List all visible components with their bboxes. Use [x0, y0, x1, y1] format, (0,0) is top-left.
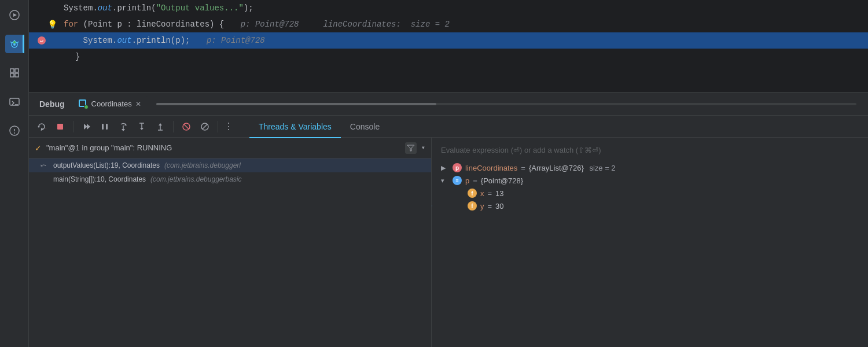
pause-button[interactable]	[98, 120, 112, 134]
panel-content: ✓ "main"@1 in group "main": RUNNING ▾ ⤺ …	[29, 138, 868, 347]
linecoords-value: {ArrayList@726}	[529, 164, 584, 172]
threads-panel: ✓ "main"@1 in group "main": RUNNING ▾ ⤺ …	[29, 138, 432, 347]
sidebar	[0, 0, 29, 347]
tab-close-button[interactable]: ✕	[135, 100, 141, 108]
code-line-3: ↩ System.out.println(p); p: Point@728	[29, 32, 868, 49]
x-eq: =	[488, 189, 492, 198]
stack-class-1: (com.jetbrains.debuggerl	[164, 161, 241, 169]
svg-rect-22	[57, 124, 63, 130]
code-line-1: System.out.println("Output values...");	[29, 0, 868, 16]
tab-scrollbar-track	[156, 103, 856, 105]
step-over-button[interactable]	[116, 120, 130, 134]
filter-button[interactable]	[405, 142, 417, 154]
p-eq: =	[473, 176, 477, 185]
code-text-3: System.out.println(p); p: Point@728	[64, 36, 265, 45]
alert-icon[interactable]	[5, 121, 24, 140]
step-out-button[interactable]	[153, 120, 167, 134]
more-actions-button[interactable]: ⋮	[224, 121, 233, 132]
main-area: System.out.println("Output values..."); …	[29, 0, 868, 347]
code-line-4: }	[29, 49, 868, 65]
svg-line-39	[203, 124, 207, 129]
y-type-icon: f	[468, 201, 477, 211]
stack-class-2: (com.jetbrains.debuggerbasic	[150, 175, 241, 183]
y-name: y	[480, 202, 484, 211]
p-type-icon: ≡	[453, 176, 462, 185]
thread-main-item: ✓ "main"@1 in group "main": RUNNING	[35, 143, 400, 153]
thread-name-label: "main"@1 in group "main": RUNNING	[46, 143, 172, 152]
stack-frame-2[interactable]: ⤺ main(String[]):10, Coordinates (com.je…	[29, 172, 431, 186]
run-icon[interactable]	[5, 6, 24, 24]
svg-point-17	[14, 132, 15, 134]
threads-variables-tab[interactable]: Threads & Variables	[249, 116, 341, 137]
build-icon[interactable]	[5, 64, 24, 82]
svg-marker-29	[122, 129, 125, 131]
for-loop-hint: p: Point@728 lineCoordinates: size = 2	[241, 20, 450, 29]
coordinates-tab[interactable]: Coordinates ✕	[72, 96, 148, 112]
svg-marker-34	[159, 123, 162, 125]
code-text-1: System.out.println("Output values...");	[64, 3, 253, 13]
threads-toolbar: ✓ "main"@1 in group "main": RUNNING ▾	[29, 138, 431, 158]
stack-method-1: outputValues(List):19, Coordinates	[53, 161, 160, 169]
svg-line-5	[10, 42, 12, 43]
y-value: 30	[495, 202, 503, 211]
arrow-head	[432, 201, 432, 211]
var-row-x: ▶ f x = 13	[439, 187, 861, 200]
tab-scrollbar-thumb	[156, 103, 436, 105]
blue-arrow-annotation	[432, 201, 432, 211]
rerun-button[interactable]: ·	[35, 120, 49, 134]
var-row-y: ▶ f y = 30	[439, 200, 861, 212]
var-row-linecoordinates: ▶ p lineCoordinates = {ArrayList@726} si…	[439, 161, 861, 174]
debug-panel: Debug Coordinates ✕	[29, 93, 868, 347]
linecoords-meta: size = 2	[587, 164, 616, 172]
panel-tabs: Threads & Variables Console	[249, 116, 862, 137]
svg-rect-11	[10, 73, 14, 77]
debug-icon[interactable]	[5, 35, 24, 53]
debug-header: Debug Coordinates ✕	[29, 93, 868, 116]
clear-button[interactable]	[198, 120, 212, 134]
svg-text:·: ·	[45, 125, 46, 131]
eval-hint: Evaluate expression (⏎) or add a watch (…	[439, 142, 861, 161]
var-row-p: ▾ ≡ p = {Point@728}	[439, 174, 861, 187]
resume-button[interactable]	[79, 120, 93, 134]
code-editor: System.out.println("Output values..."); …	[29, 0, 868, 93]
svg-text:↩: ↩	[40, 38, 43, 43]
debug-title: Debug	[35, 99, 69, 109]
console-tab[interactable]: Console	[341, 116, 389, 137]
mute-button[interactable]	[179, 120, 193, 134]
variables-panel: Evaluate expression (⏎) or add a watch (…	[432, 138, 868, 347]
tab-scroll-area	[150, 101, 862, 108]
svg-rect-9	[10, 69, 14, 72]
linecoords-type-icon: p	[453, 163, 462, 172]
code-line-2: 💡 for (Point p : lineCoordinates) { p: P…	[29, 16, 868, 32]
svg-marker-31	[140, 128, 144, 130]
lightbulb-icon[interactable]: 💡	[47, 20, 57, 29]
code-text-4: }	[64, 52, 80, 61]
p-name: p	[465, 176, 469, 185]
tab-composite-icon	[79, 99, 88, 109]
step-into-button[interactable]	[135, 120, 149, 134]
debug-toolbar: ·	[29, 116, 868, 138]
svg-marker-1	[13, 13, 17, 17]
linecoords-name: lineCoordinates	[465, 164, 517, 172]
linecoords-eq: =	[521, 164, 525, 172]
linecoords-expand-icon[interactable]: ▶	[441, 164, 449, 172]
thread-dropdown-arrow[interactable]: ▾	[421, 143, 425, 152]
terminal-icon[interactable]	[5, 93, 24, 111]
breakpoint-icon[interactable]: ↩	[38, 36, 46, 45]
thread-check-icon: ✓	[35, 143, 42, 153]
stack-expand-icon: ⤺	[41, 161, 46, 169]
svg-marker-19	[40, 127, 44, 130]
x-value: 13	[495, 189, 503, 198]
svg-rect-25	[102, 124, 104, 130]
stop-button[interactable]	[53, 120, 67, 134]
println-hint: p: Point@728	[207, 36, 265, 45]
svg-rect-10	[15, 69, 19, 72]
code-text-2: for (Point p : lineCoordinates) { p: Poi…	[64, 20, 450, 29]
tab-label: Coordinates	[91, 99, 132, 108]
x-name: x	[480, 189, 484, 198]
p-value: {Point@728}	[481, 176, 523, 185]
svg-marker-24	[87, 124, 90, 130]
stack-frame-1[interactable]: ⤺ outputValues(List):19, Coordinates (co…	[29, 158, 431, 172]
tab-dot-icon	[84, 105, 89, 109]
p-expand-icon[interactable]: ▾	[441, 177, 449, 184]
